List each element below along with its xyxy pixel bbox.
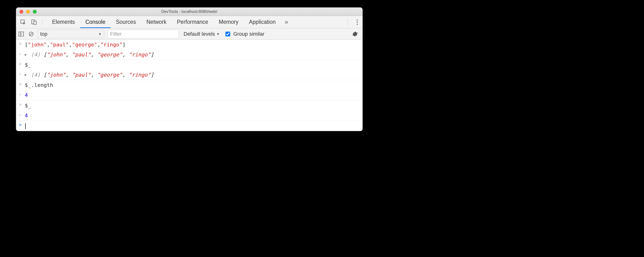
dropdown-triangle-icon: ▼ bbox=[216, 32, 220, 36]
dropdown-triangle-icon: ▼ bbox=[98, 32, 102, 36]
code-text: (4) ["john", "paul", "george", "ringo"] bbox=[31, 51, 154, 59]
input-marker-icon: > bbox=[18, 61, 22, 68]
log-levels-label: Default levels bbox=[184, 31, 215, 37]
close-window-button[interactable] bbox=[20, 10, 23, 14]
divider bbox=[348, 18, 348, 26]
minimize-window-button[interactable] bbox=[26, 10, 30, 14]
svg-rect-2 bbox=[34, 21, 36, 24]
output-marker-icon: <· bbox=[18, 51, 22, 57]
output-marker-icon: <· bbox=[18, 112, 22, 118]
console-input-row: >$_.length bbox=[16, 80, 362, 90]
titlebar: DevTools - localhost:8080/web/ bbox=[16, 8, 362, 16]
tab-memory[interactable]: Memory bbox=[214, 16, 244, 28]
code-text: $_ bbox=[25, 102, 31, 110]
console-output-row: <·4 bbox=[16, 90, 362, 100]
input-marker-icon: > bbox=[18, 102, 22, 108]
expand-toggle-icon[interactable]: ▶ bbox=[25, 71, 28, 78]
input-marker-icon: > bbox=[18, 81, 22, 88]
overflow-tabs-button[interactable]: » bbox=[281, 18, 292, 26]
execution-context-value: top bbox=[40, 31, 48, 37]
console-input-row: >$_ bbox=[16, 60, 362, 70]
console-input-row: >["john","paul","george","ringo"] bbox=[16, 40, 362, 50]
group-similar-label: Group similar bbox=[233, 31, 264, 37]
devtools-window: DevTools - localhost:8080/web/ ElementsC… bbox=[16, 7, 363, 131]
code-text bbox=[25, 122, 26, 130]
code-text: 4 bbox=[25, 112, 28, 120]
console-input-row: >$_ bbox=[16, 101, 362, 111]
text-cursor bbox=[25, 123, 26, 129]
input-marker-icon: > bbox=[18, 41, 22, 47]
divider bbox=[42, 18, 42, 26]
tab-console[interactable]: Console bbox=[80, 16, 110, 28]
console-toolbar: top ▼ Default levels ▼ Group similar bbox=[16, 28, 362, 40]
output-marker-icon: <· bbox=[18, 91, 22, 98]
zoom-window-button[interactable] bbox=[33, 10, 36, 14]
execution-context-select[interactable]: top ▼ bbox=[38, 30, 104, 38]
svg-point-4 bbox=[357, 22, 358, 22]
more-options-button[interactable] bbox=[352, 19, 362, 26]
console-prompt-row[interactable]: > bbox=[16, 121, 362, 131]
svg-point-5 bbox=[357, 24, 358, 25]
console-output-row: <·4 bbox=[16, 111, 362, 121]
group-similar-toggle[interactable]: Group similar bbox=[224, 31, 264, 37]
tab-elements[interactable]: Elements bbox=[47, 16, 80, 28]
tab-performance[interactable]: Performance bbox=[172, 16, 214, 28]
tab-network[interactable]: Network bbox=[141, 16, 172, 28]
tab-sources[interactable]: Sources bbox=[110, 16, 141, 28]
clear-console-icon[interactable] bbox=[26, 32, 36, 37]
traffic-lights bbox=[16, 10, 36, 14]
tab-application[interactable]: Application bbox=[244, 16, 281, 28]
code-text: 4 bbox=[25, 91, 28, 99]
input-marker-icon: > bbox=[18, 122, 22, 129]
output-marker-icon: <· bbox=[18, 71, 22, 78]
expand-toggle-icon[interactable]: ▶ bbox=[25, 51, 28, 57]
console-output-row: <·▶(4) ["john", "paul", "george", "ringo… bbox=[16, 70, 362, 80]
console-filter-input[interactable] bbox=[108, 30, 179, 38]
code-text: $_.length bbox=[25, 81, 53, 89]
device-toolbar-icon[interactable] bbox=[30, 18, 38, 26]
code-text: ["john","paul","george","ringo"] bbox=[25, 41, 126, 49]
svg-point-3 bbox=[357, 19, 358, 20]
inspect-element-icon[interactable] bbox=[19, 18, 27, 26]
console-sidebar-toggle-icon[interactable] bbox=[16, 32, 26, 37]
code-text: (4) ["john", "paul", "george", "ringo"] bbox=[31, 71, 154, 79]
console-settings-icon[interactable] bbox=[350, 31, 360, 37]
window-title: DevTools - localhost:8080/web/ bbox=[16, 9, 362, 14]
log-levels-select[interactable]: Default levels ▼ bbox=[184, 31, 220, 37]
code-text: $_ bbox=[25, 61, 31, 69]
console-log-area[interactable]: >["john","paul","george","ringo"]<·▶(4) … bbox=[16, 40, 362, 131]
group-similar-checkbox[interactable] bbox=[226, 32, 230, 36]
devtools-tabbar: ElementsConsoleSourcesNetworkPerformance… bbox=[16, 16, 362, 28]
console-output-row: <·▶(4) ["john", "paul", "george", "ringo… bbox=[16, 50, 362, 60]
